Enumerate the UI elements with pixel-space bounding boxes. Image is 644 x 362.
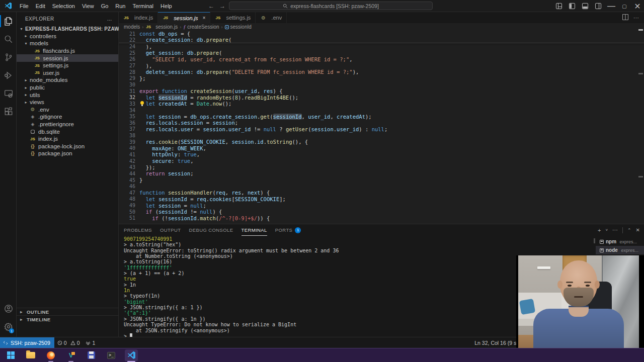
close-button[interactable]: ✕ [631,0,644,12]
tree-item--env[interactable]: ⚙.env [17,106,118,114]
tree-item-views[interactable]: ▸views [17,99,118,106]
settings-icon[interactable]: 1 [0,318,17,336]
tree-item-public[interactable]: ▸public [17,84,118,92]
tree-item-express-flashcards-ssh-pzaw-2509-[interactable]: ▾EXPRESS-FLASHCARDS [SSH: PZAW-2509] [17,25,118,33]
explorer-activity-icon[interactable] [0,12,17,30]
tree-item-index-js[interactable]: JSindex.js [17,135,118,143]
taskbar-terminal-app[interactable]: >_ [105,349,118,361]
extensions-activity-icon[interactable] [0,103,17,121]
taskbar-security-app[interactable]: V [64,349,77,361]
breadcrumb-models[interactable]: models [124,24,140,30]
tab-index-js[interactable]: JSindex.js [119,12,158,23]
run-debug-activity-icon[interactable] [0,66,17,84]
account-icon[interactable] [0,300,17,318]
code-line-50[interactable]: 50 if (sessionId != null) { [119,209,644,215]
maximize-panel-icon[interactable]: ⌃ [627,228,631,233]
tree-item-package-json[interactable]: {}package.json [17,150,118,157]
code-line-41[interactable]: 41 httpOnly: true, [119,151,644,158]
taskbar-firefox[interactable] [44,349,57,361]
minimize-button[interactable]: — [605,0,618,12]
breadcrumb-createSession[interactable]: ƒcreateSession [183,24,219,30]
code-line-31[interactable]: 31export function createSession(user_id,… [119,88,644,95]
tab-settings-js[interactable]: JSsettings.js [210,12,256,23]
terminal-dropdown-icon[interactable]: ˅ [605,228,608,232]
customize-layout-icon[interactable] [552,0,566,12]
panel-tab-problems[interactable]: PROBLEMS [124,224,152,236]
code-line-25[interactable]: 25 get_session: db.prepare( [119,50,644,56]
code-line-28[interactable]: 28 delete_session: db.prepare("DELETE FR… [119,69,644,75]
panel-tab-debug-console[interactable]: DEBUG CONSOLE [189,224,233,236]
panel-tab-terminal[interactable]: TERMINAL [242,224,267,236]
remote-indicator[interactable]: SSH: pzaw-2509 [0,337,54,348]
taskbar-start[interactable] [4,349,17,361]
source-control-activity-icon[interactable] [0,48,17,66]
code-line-33[interactable]: 33 let createdAt = Date.now(); [119,101,644,107]
panel-more-icon[interactable]: ⋯ [612,227,618,233]
code-line-36[interactable]: 36 res.locals.session = session; [119,120,644,126]
code-line-44[interactable]: 44 return session; [119,170,644,177]
toggle-secondary-sidebar-icon[interactable] [592,0,605,12]
code-line-35[interactable]: 35 let session = db_ops.create_session.g… [119,113,644,120]
code-line-51[interactable]: 51 if (!sessionId.match(/^-?[0-9]+$/)) { [119,215,644,222]
remote-explorer-activity-icon[interactable] [0,84,17,103]
code-line-40[interactable]: 40 maxAge: ONE_WEEK, [119,145,644,152]
code-line-24[interactable]: 24 ), [119,43,644,50]
section-outline[interactable]: ▸OUTLINE [17,308,118,315]
code-line-47[interactable]: 47function sessionHandler(req, res, next… [119,190,644,196]
code-line-38[interactable]: 38 [119,132,644,139]
menu-terminal[interactable]: Terminal [129,0,157,12]
code-line-26[interactable]: 26 "SELECT id, user_id, created_at from … [119,56,644,63]
tree-item-session-js[interactable]: JSsession.js [17,54,118,62]
ports-status[interactable]: 1 [83,340,98,346]
section-timeline[interactable]: ▸TIMELINE [17,315,118,323]
close-panel-icon[interactable]: ✕ [636,227,640,233]
tree-item-db-sqlite[interactable]: db.sqlite [17,128,118,135]
tree-item-flashcards-js[interactable]: JSflashcards.js [17,47,118,55]
editor-more-icon[interactable]: ⋯ [633,15,639,21]
taskbar-save-app[interactable] [85,349,98,361]
tree-item-models[interactable]: ▾models [17,40,118,47]
maximize-button[interactable]: ▢ [618,0,631,12]
terminal-list-scrollbar[interactable] [594,238,595,243]
tab-close-icon[interactable]: × [203,15,206,21]
new-terminal-icon[interactable]: + [598,227,601,233]
menu-selection[interactable]: Selection [49,0,78,12]
code-line-27[interactable]: 27 ), [119,62,644,69]
code-line-39[interactable]: 39 res.cookie(SESSION_COOKIE, session.id… [119,139,644,145]
menu-file[interactable]: File [16,0,32,12]
tree-item--gitignore[interactable]: ◈.gitignore [17,113,118,121]
problems-status[interactable]: 0 0 [54,340,83,346]
code-line-48[interactable]: 48 let sessionId = req.cookies[SESSION_C… [119,196,644,203]
code-line-32[interactable]: 32 let sessionId = randomBytes(8).readBi… [119,94,644,101]
code-line-22[interactable]: 22 create_session: db.prepare( [119,37,644,44]
tree-item-settings-js[interactable]: JSsettings.js [17,62,118,69]
nav-forward-icon[interactable]: → [219,3,225,10]
code-line-29[interactable]: 29}; [119,75,644,81]
menu-edit[interactable]: Edit [32,0,49,12]
tree-item-user-js[interactable]: JSuser.js [17,69,118,77]
nav-back-icon[interactable]: ← [208,3,214,10]
panel-tab-ports[interactable]: PORTS1 [275,224,301,236]
code-line-21[interactable]: 21const db_ops = { [119,31,644,37]
toggle-panel-icon[interactable] [579,0,592,12]
tree-item-controllers[interactable]: ▸controllers [17,33,118,40]
taskbar-file-explorer[interactable] [24,349,37,361]
code-line-45[interactable]: 45} [119,177,644,184]
code-line-37[interactable]: 37 res.locals.user = session.user_id != … [119,126,644,133]
cursor-position[interactable]: Ln 32, Col 16 (9 se [474,337,519,348]
terminal-instance-npm[interactable]: npm expres... [596,237,644,246]
search-activity-icon[interactable] [0,30,17,48]
taskbar-vscode[interactable] [125,349,138,361]
tree-item-utils[interactable]: ▸utils [17,91,118,99]
split-editor-icon[interactable] [622,14,628,21]
tree-item--prettierignore[interactable]: ◈.prettierignore [17,121,118,128]
search-command-center[interactable]: express-flashcards [SSH: pzaw-2509] [229,2,433,10]
code-line-49[interactable]: 49 let session = null; [119,202,644,209]
breadcrumb-session-js[interactable]: JSsession.js [145,24,178,30]
menu-run[interactable]: Run [112,0,129,12]
code-line-43[interactable]: 43 }); [119,164,644,170]
breadcrumb-sessionId[interactable]: sessionId [225,24,252,30]
menu-go[interactable]: Go [98,0,112,12]
tree-item-node-modules[interactable]: ▸node_modules [17,76,118,84]
code-line-34[interactable]: 34 [119,107,644,114]
